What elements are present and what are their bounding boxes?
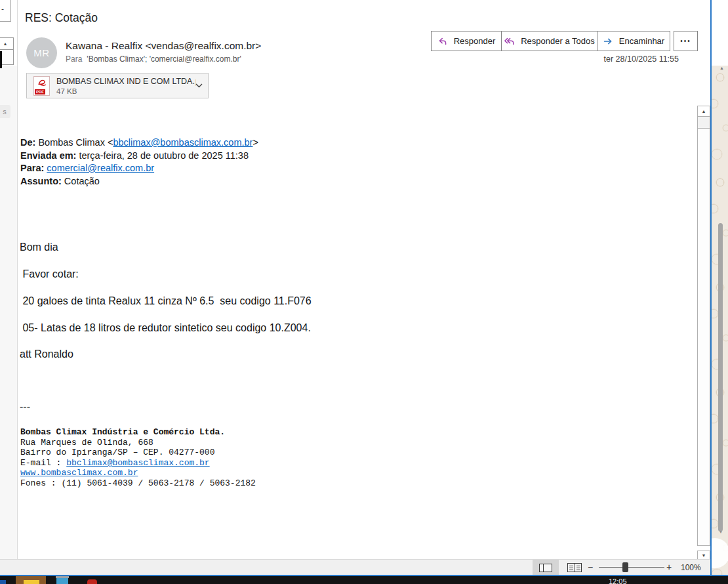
down-arrow-icon: ▼	[702, 553, 706, 558]
scrollbar-up-button[interactable]: ▲	[698, 106, 710, 117]
forward-label: Encaminhar	[619, 36, 664, 46]
zoom-slider-track[interactable]	[599, 567, 664, 568]
sender-name[interactable]: Kawana - Realfix <vendas@realfix.com.br>	[66, 40, 261, 52]
more-actions-button[interactable]: •••	[674, 31, 698, 51]
signature-website-line: www.bombasclimax.com.br	[20, 468, 138, 478]
left-scrollbar-thumb[interactable]	[0, 49, 14, 65]
book-icon	[575, 564, 575, 572]
header-para: Para: comercial@realfix.com.br	[20, 162, 258, 175]
reply-label: Responder	[454, 36, 496, 46]
signature-website-link[interactable]: www.bombasclimax.com.br	[20, 468, 138, 478]
enviada-text: terça-feira, 28 de outubro de 2025 11:38	[76, 150, 249, 161]
taskbar-icon-folder-front	[24, 580, 39, 584]
strip-up-arrow-icon: ▲	[719, 66, 724, 70]
left-scrollbar-up-button[interactable]: ▲	[0, 37, 14, 50]
reading-pane-scrollbar[interactable]: ▲	[697, 106, 710, 546]
pdf-logo-icon	[35, 78, 50, 87]
header-enviada: Enviada em: terça-feira, 28 de outubro d…	[20, 150, 258, 163]
zoom-out-button[interactable]: −	[588, 562, 593, 572]
fragment-minus: -	[1, 5, 4, 14]
body-line: 05- Latas de 18 litros de redutor sintet…	[20, 322, 311, 334]
enviada-label: Enviada em:	[20, 150, 76, 161]
de-after: >	[253, 137, 258, 148]
zoom-level[interactable]: 100%	[681, 563, 701, 572]
para-label: Para:	[20, 163, 44, 173]
to-label: Para	[66, 54, 82, 64]
taskbar: 12:05	[0, 576, 728, 584]
signature-phones: Fones : (11) 5061-4039 / 5063-2178 / 506…	[20, 478, 256, 488]
body-line: att Ronaldo	[20, 348, 73, 360]
assunto-label: Assunto:	[20, 176, 62, 186]
left-pane-fragment: - ▲ s	[0, 0, 18, 559]
avatar-initials: MR	[33, 47, 49, 58]
fragment-tooltip-tail: s	[0, 105, 10, 118]
pdf-file-icon: PDF	[33, 76, 50, 96]
reply-button[interactable]: Responder	[431, 31, 502, 51]
signature-address1: Rua Marques de Olinda, 668	[20, 438, 153, 448]
taskbar-icon-blue[interactable]	[0, 580, 6, 584]
forward-icon	[603, 36, 613, 47]
background-app-strip: ▲ ▼	[712, 66, 728, 576]
screen: { "subject": "RES: Cotação", "sender": {…	[0, 0, 728, 584]
recipients[interactable]: 'Bombas Climax'; 'comercial@realfix.com.…	[87, 54, 241, 64]
up-arrow-icon: ▲	[3, 41, 8, 46]
reply-all-icon	[504, 36, 515, 47]
reading-layout-view-button[interactable]	[539, 564, 552, 572]
de-email-link[interactable]: bbclimax@bombasclimax.com.br	[113, 137, 253, 148]
avatar[interactable]: MR	[26, 37, 57, 68]
signature-address2: Bairro do Ipiranga/SP – CEP. 04277-000	[20, 448, 214, 457]
taskbar-clock: 12:05	[609, 577, 627, 584]
chevron-down-icon[interactable]	[195, 83, 203, 88]
left-pane-fill	[0, 66, 17, 559]
black-edge-fragment	[0, 51, 2, 68]
pane-divider	[17, 0, 18, 559]
de-text: Bombas Climax <	[35, 137, 113, 148]
attachment-size: 47 KB	[56, 87, 195, 95]
fragment-s: s	[3, 108, 7, 115]
signature-email-link[interactable]: bbclimax@bombasclimax.com.br	[66, 458, 209, 468]
received-date: ter 28/10/2025 11:55	[604, 54, 679, 64]
quoted-header-block: De: Bombas Climax <bbclimax@bombasclimax…	[20, 136, 258, 188]
email-subject: RES: Cotação	[25, 11, 98, 25]
body-line: Favor cotar:	[20, 268, 79, 280]
de-label: De:	[20, 137, 35, 148]
status-bar: − + 100%	[0, 559, 712, 575]
reply-icon	[437, 36, 448, 47]
pdf-badge: PDF	[35, 89, 45, 94]
signature-company: Bombas Climax Indústria e Comércio Ltda.	[20, 427, 225, 437]
taskbar-icon-monitor-screen	[56, 578, 68, 584]
body-line: 20 galoes de tinta Realux 11 cinza Nº 6.…	[20, 295, 312, 307]
body-line: Bom dia	[20, 241, 58, 253]
scrollbar-down-button[interactable]: ▼	[697, 551, 710, 560]
attachment-text: BOMBAS CLIMAX IND E COM LTDA.pdf 47 KB	[56, 77, 195, 95]
attachment-name: BOMBAS CLIMAX IND E COM LTDA.pdf	[56, 77, 195, 86]
zoom-in-button[interactable]: +	[666, 562, 672, 572]
taskbar-icon-red[interactable]	[87, 579, 97, 584]
attachment-chip[interactable]: PDF BOMBAS CLIMAX IND E COM LTDA.pdf 47 …	[26, 73, 209, 98]
scrollbar-thumb[interactable]	[698, 117, 710, 129]
assunto-text: Cotação	[62, 176, 100, 186]
signature-email-label: E-mail :	[20, 458, 66, 468]
wallpaper-circle-doodle	[712, 538, 728, 568]
outlook-window: - ▲ s RES: Cotação MR Kawana - Realfix <…	[0, 0, 712, 576]
reply-all-label: Responder a Todos	[521, 36, 595, 46]
signature-email-line: E-mail : bbclimax@bombasclimax.com.br	[20, 458, 210, 468]
header-de: De: Bombas Climax <bbclimax@bombasclimax…	[20, 136, 258, 150]
reading-mode-view-button[interactable]	[567, 563, 582, 572]
reply-all-button[interactable]: Responder a Todos	[501, 31, 597, 51]
layout-icon	[543, 564, 544, 572]
recipient-line: Para'Bombas Climax'; 'comercial@realfix.…	[66, 54, 241, 64]
background-scrollbar-thumb[interactable]	[718, 223, 723, 532]
zoom-slider-thumb[interactable]	[622, 562, 628, 572]
forward-button[interactable]: Encaminhar	[597, 31, 670, 51]
para-email-link[interactable]: comercial@realfix.com.br	[47, 163, 154, 173]
fragment-box-top: -	[0, 0, 11, 22]
strip-down-arrow-icon: ▼	[719, 530, 723, 534]
up-arrow-icon: ▲	[702, 109, 706, 114]
header-assunto: Assunto: Cotação	[20, 175, 258, 188]
signature-divider: ---	[20, 401, 30, 413]
more-icon: •••	[680, 37, 691, 45]
